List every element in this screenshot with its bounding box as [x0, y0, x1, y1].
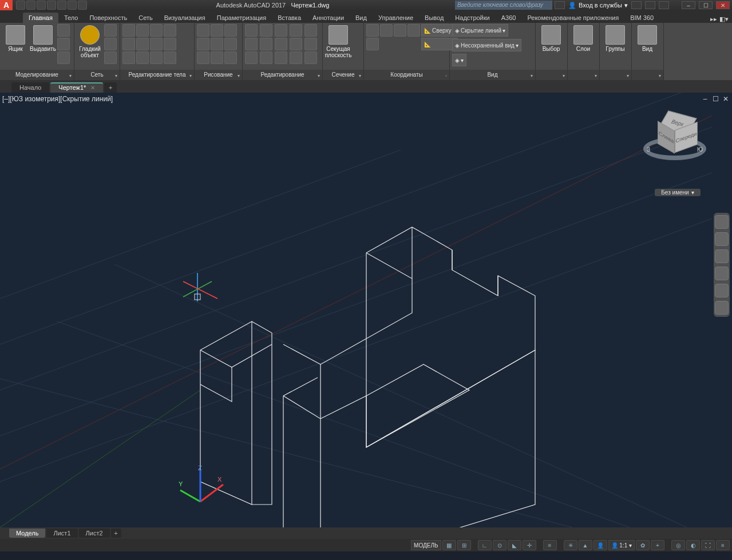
- osnap-toggle-icon[interactable]: ✛: [523, 540, 536, 550]
- presspull-button[interactable]: [57, 38, 70, 50]
- qat-save-icon[interactable]: [37, 1, 46, 10]
- mod-btn[interactable]: [290, 51, 302, 64]
- draw-btn[interactable]: [197, 38, 209, 50]
- drawing-canvas[interactable]: X Y Z: [0, 93, 732, 527]
- status-model-button[interactable]: МОДЕЛЬ: [411, 540, 441, 550]
- ucs-btn[interactable]: [380, 24, 393, 37]
- gizmo-icon[interactable]: ✳: [564, 540, 577, 550]
- mod-btn[interactable]: [290, 24, 302, 37]
- maximize-button[interactable]: ☐: [699, 1, 713, 9]
- draw-btn[interactable]: [211, 38, 223, 50]
- panel-title[interactable]: Сечение▾: [323, 70, 363, 80]
- viewport-label[interactable]: [–][ЮЗ изометрия][Скрытие линий]: [2, 95, 113, 103]
- ucs-btn[interactable]: [407, 24, 420, 37]
- visual-style-dropdown[interactable]: ◈Скрытие линий▾: [452, 24, 508, 37]
- mod-btn[interactable]: [275, 24, 287, 37]
- panel-title[interactable]: Редактирование▾: [243, 70, 322, 80]
- mesh-btn-2[interactable]: [104, 38, 117, 50]
- pan-icon[interactable]: [715, 232, 729, 246]
- ribbon-tab[interactable]: Тело: [58, 13, 84, 23]
- signin-button[interactable]: 👤Вход в службы▾: [568, 2, 628, 9]
- panel-title[interactable]: Вид▾: [450, 70, 535, 80]
- app-logo[interactable]: A: [0, 0, 13, 10]
- viewcube[interactable]: З Ю Верх Слева Спереди Без имени▾: [640, 109, 715, 194]
- groups-button[interactable]: Группы: [602, 24, 628, 52]
- polysolid-button[interactable]: [57, 24, 70, 37]
- ribbon-tab[interactable]: Вывод: [419, 13, 449, 23]
- se-btn[interactable]: [164, 24, 176, 37]
- draw-btn[interactable]: [211, 51, 223, 64]
- smooth-object-button[interactable]: Гладкий объект: [77, 24, 103, 58]
- layers-button[interactable]: Слои: [570, 24, 596, 52]
- se-btn[interactable]: [164, 38, 176, 50]
- ucs-icon[interactable]: X Y Z: [179, 464, 223, 502]
- ribbon-tab[interactable]: Надстройки: [449, 13, 495, 23]
- se-btn[interactable]: [150, 24, 163, 37]
- layout-tab-sheet1[interactable]: Лист1: [46, 529, 77, 538]
- union-button[interactable]: [57, 51, 70, 64]
- qat-saveas-icon[interactable]: [47, 1, 56, 10]
- close-tab-icon[interactable]: ✕: [90, 85, 95, 91]
- polar-toggle-icon[interactable]: ⊙: [493, 540, 507, 550]
- panel-title[interactable]: Рисование▾: [195, 70, 242, 80]
- drawing-viewport[interactable]: X Y Z [–][ЮЗ изометрия][Скрытие линий] –…: [0, 93, 732, 527]
- orbit-icon[interactable]: [715, 267, 729, 280]
- mod-btn[interactable]: [260, 51, 272, 64]
- panel-title[interactable]: ▾: [536, 70, 567, 80]
- add-layout-button[interactable]: +: [111, 529, 121, 538]
- ribbon-tab[interactable]: Поверхность: [84, 13, 133, 23]
- workspace-icon[interactable]: +: [651, 540, 664, 550]
- search-input[interactable]: Введите ключевое слово/фразу: [455, 1, 552, 10]
- box-button[interactable]: Ящик: [2, 24, 29, 52]
- annotation-icon[interactable]: 👤: [593, 540, 607, 550]
- qat-new-icon[interactable]: [16, 1, 25, 10]
- mod-btn[interactable]: [290, 38, 302, 50]
- expand-icon[interactable]: ▸▸: [710, 15, 717, 23]
- mod-btn[interactable]: [245, 24, 258, 37]
- se-btn[interactable]: [150, 38, 163, 50]
- ribbon-tab[interactable]: Главная: [23, 13, 58, 23]
- infocenter-icon[interactable]: [555, 1, 565, 9]
- ribbon-options-icon[interactable]: ◧▾: [719, 15, 729, 23]
- draw-btn[interactable]: [197, 24, 209, 37]
- draw-btn[interactable]: [224, 51, 237, 64]
- mesh-btn-1[interactable]: [104, 24, 117, 37]
- hardware-accel-icon[interactable]: ◐: [686, 540, 700, 550]
- qat-open-icon[interactable]: [26, 1, 35, 10]
- ribbon-tab[interactable]: Аннотации: [307, 13, 350, 23]
- mod-btn[interactable]: [304, 38, 317, 50]
- panel-title[interactable]: Координаты▫: [364, 70, 449, 80]
- mod-btn[interactable]: [260, 38, 272, 50]
- nav-options-icon[interactable]: [715, 301, 729, 315]
- settings-icon[interactable]: ✿: [636, 540, 650, 550]
- file-tab-start[interactable]: Начало: [11, 82, 49, 93]
- qat-plot-icon[interactable]: [57, 1, 66, 10]
- layout-tab-model[interactable]: Модель: [9, 529, 45, 538]
- panel-title[interactable]: ▾: [568, 70, 599, 80]
- ucs-name-label[interactable]: Без имени▾: [655, 189, 701, 196]
- view-manager-button[interactable]: ◈▾: [452, 54, 466, 66]
- grid-toggle-icon[interactable]: ▦: [442, 540, 456, 550]
- cleanscreen-icon[interactable]: ⛶: [701, 540, 715, 550]
- panel-title[interactable]: Сеть▾: [74, 70, 120, 80]
- draw-btn[interactable]: [224, 24, 237, 37]
- ribbon-tab[interactable]: Рекомендованные приложения: [521, 13, 624, 23]
- se-btn[interactable]: [136, 24, 149, 37]
- ucs-btn[interactable]: [394, 24, 406, 37]
- se-btn[interactable]: [122, 51, 135, 64]
- mesh-btn-3[interactable]: [104, 51, 117, 64]
- ortho-toggle-icon[interactable]: ∟: [478, 540, 492, 550]
- snap-toggle-icon[interactable]: ⊞: [457, 540, 471, 550]
- draw-btn[interactable]: [211, 24, 223, 37]
- ribbon-tab[interactable]: Управление: [373, 13, 419, 23]
- ribbon-tab[interactable]: Сеть: [133, 13, 158, 23]
- view-button[interactable]: Вид: [634, 24, 660, 52]
- customize-icon[interactable]: ≡: [716, 540, 730, 550]
- ribbon-tab[interactable]: Визуализация: [159, 13, 211, 23]
- ribbon-tab[interactable]: Вид: [350, 13, 373, 23]
- add-tab-button[interactable]: +: [104, 82, 117, 93]
- section-plane-button[interactable]: Секущая плоскость: [325, 24, 351, 58]
- panel-title[interactable]: ▾: [600, 70, 631, 80]
- close-button[interactable]: ✕: [716, 1, 730, 9]
- vp-minimize-icon[interactable]: –: [701, 95, 709, 103]
